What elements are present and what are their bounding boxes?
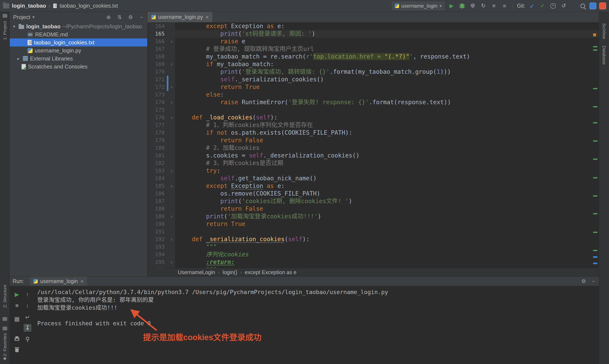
stripe-mark[interactable] — [593, 140, 597, 142]
stripe-mark[interactable] — [593, 106, 597, 107]
code-text[interactable]: raise e — [175, 38, 599, 45]
tool-strip-favorites[interactable]: 2: Favorites — [2, 333, 7, 356]
code-text[interactable]: raise RuntimeError('登录失败! response: {}'.… — [175, 99, 599, 106]
profiler-button[interactable]: ↻ — [479, 2, 487, 10]
tool-window-icon[interactable] — [2, 326, 7, 330]
code-text[interactable]: except Exception as e: — [175, 22, 599, 30]
stripe-mark[interactable] — [593, 88, 597, 89]
code-area[interactable]: 164 except Exception as e:165 print('st码… — [148, 22, 599, 268]
stripe-mark[interactable] — [593, 213, 597, 214]
code-text[interactable]: try: — [175, 167, 599, 175]
stop-button[interactable]: ■ — [501, 2, 508, 10]
breadcrumb-item[interactable]: UsernameLogin — [178, 269, 215, 275]
code-text[interactable] — [175, 228, 599, 235]
tree-item[interactable]: README.md — [10, 30, 147, 39]
code-text[interactable]: 序列化cookies — [175, 251, 599, 258]
stripe-mark[interactable] — [593, 158, 597, 160]
settings-button[interactable]: ⚙ — [127, 14, 134, 20]
code-text[interactable]: self.get_taobao_nick_name() — [175, 175, 599, 182]
code-text[interactable]: else: — [175, 91, 599, 99]
code-text[interactable]: :return: — [175, 258, 599, 266]
fold-marker[interactable]: ∧ — [168, 258, 175, 266]
console-output[interactable]: /usr/local/Cellar/python/3.7.4/bin/pytho… — [37, 288, 595, 364]
fold-marker[interactable]: ∧ — [168, 114, 175, 121]
fold-marker[interactable]: ∧ — [168, 60, 175, 68]
favorites-star-icon[interactable]: ★ — [2, 356, 7, 362]
update-project-button[interactable]: ↙ — [528, 2, 536, 10]
rerun-button[interactable]: ▶ — [13, 291, 21, 298]
tree-item[interactable]: taobao_login_cookies.txt — [10, 39, 147, 47]
tool-strip-project[interactable]: 1: Project — [2, 21, 7, 40]
stripe-mark[interactable] — [593, 232, 597, 233]
tool-window-icon[interactable] — [2, 14, 7, 18]
print-button[interactable] — [13, 335, 21, 342]
fold-marker[interactable]: ∧ — [168, 83, 175, 91]
fold-marker[interactable]: ∧ — [168, 213, 175, 220]
close-icon[interactable]: × — [81, 279, 84, 284]
breadcrumb-item[interactable]: login() — [223, 269, 237, 275]
code-text[interactable]: if not os.path.exists(COOKIES_FILE_PATH)… — [175, 129, 599, 137]
fold-marker[interactable]: ∧ — [168, 167, 175, 175]
concurrency-button[interactable]: ≡ — [490, 2, 498, 10]
stripe-mark[interactable] — [593, 195, 597, 196]
search-everywhere-button[interactable] — [579, 2, 587, 10]
stripe-mark[interactable] — [593, 33, 596, 36]
error-stripe[interactable] — [593, 23, 598, 259]
code-text[interactable]: """ — [175, 243, 599, 251]
plugin-icon-orange[interactable] — [599, 2, 606, 9]
code-text[interactable]: print('st码登录请求, 原因: ') — [175, 30, 599, 38]
plugin-icon-blue[interactable] — [590, 2, 596, 9]
code-text[interactable]: my_taobao_match = re.search(r'top.locati… — [175, 53, 599, 60]
code-text[interactable]: def _serialization_cookies(self): — [175, 235, 599, 243]
down-stack-trace-button[interactable]: ↓ — [24, 302, 31, 309]
tool-strip-database[interactable]: Database — [602, 46, 607, 65]
run-config-selector[interactable]: username_login ▾ — [392, 2, 444, 10]
code-text[interactable]: print('cookies过期, 删除cookies文件! ') — [175, 197, 599, 205]
code-text[interactable] — [175, 106, 599, 114]
chevron-down-icon[interactable]: ▾ — [32, 14, 35, 20]
scroll-to-end-button[interactable]: ↧ — [24, 324, 31, 332]
stripe-mark[interactable] — [593, 250, 597, 251]
expand-arrow-icon[interactable]: ▸ — [16, 56, 21, 61]
code-text[interactable]: return True — [175, 220, 599, 228]
history-button[interactable] — [549, 2, 557, 10]
code-text[interactable]: return False — [175, 205, 599, 213]
hide-panel-button[interactable]: − — [138, 14, 145, 20]
soft-wrap-button[interactable]: ↵ — [24, 313, 31, 321]
locate-file-button[interactable]: ⊕ — [105, 14, 112, 20]
stripe-mark[interactable] — [593, 177, 597, 178]
code-text[interactable]: self._serialization_cookies() — [175, 76, 599, 83]
stripe-mark[interactable] — [593, 262, 597, 264]
fold-marker[interactable]: ∧ — [168, 235, 175, 243]
tree-item[interactable]: username_login.py — [10, 47, 147, 54]
close-icon[interactable]: × — [205, 14, 209, 20]
run-button[interactable]: ▶ — [448, 2, 455, 10]
tree-item[interactable]: Scratches and Consoles — [10, 63, 147, 71]
code-text[interactable]: # 2、加载cookies — [175, 144, 599, 152]
debug-button[interactable] — [458, 2, 466, 10]
expand-collapse-button[interactable]: ⇅ — [116, 14, 123, 20]
settings-button[interactable]: ⚙ — [581, 278, 586, 284]
code-text[interactable]: if my_taobao_match: — [175, 60, 599, 68]
restore-layout-button[interactable]: ▦ — [13, 315, 21, 323]
stripe-mark[interactable] — [593, 122, 597, 123]
code-text[interactable]: except Exception as e: — [175, 182, 599, 190]
pin-tab-button[interactable] — [24, 335, 31, 342]
code-text[interactable]: s.cookies = self._deserialization_cookie… — [175, 152, 599, 159]
stop-button[interactable]: ■ — [13, 302, 21, 309]
code-text[interactable]: os.remove(COOKIES_FILE_PATH) — [175, 190, 599, 197]
code-text[interactable]: # 登录成功, 提取跳转淘宝用户主页url — [175, 45, 599, 53]
tab-username-login[interactable]: username_login.py × — [148, 12, 213, 22]
tool-strip-sciview[interactable]: SciView — [602, 23, 607, 39]
commit-button[interactable]: ✓ — [539, 2, 546, 10]
run-tab[interactable]: username_login × — [30, 277, 87, 286]
expand-arrow-icon[interactable]: ▾ — [12, 24, 16, 29]
up-stack-trace-button[interactable]: ↑ — [24, 291, 31, 298]
clear-console-button[interactable] — [13, 346, 21, 353]
code-text[interactable]: print('加载淘宝登录cookies成功!!!') — [175, 213, 599, 220]
fold-marker[interactable]: ∧ — [168, 38, 175, 45]
code-text[interactable]: """ — [175, 266, 599, 268]
coverage-button[interactable] — [469, 2, 476, 10]
fold-marker[interactable]: ∧ — [168, 99, 175, 106]
rollback-button[interactable]: ↺ — [560, 2, 568, 10]
